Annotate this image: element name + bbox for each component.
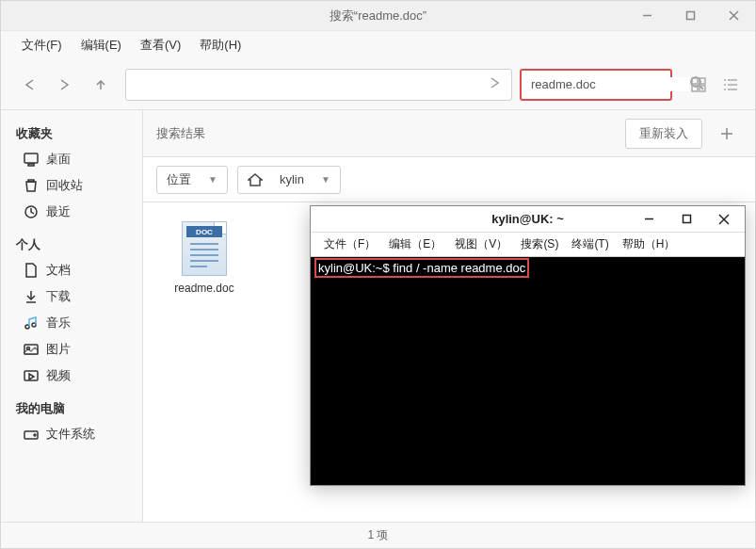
svg-rect-7 [692,78,698,84]
up-button[interactable] [84,70,118,100]
sidebar: 收藏夹 桌面 回收站 最近 个人 文档 下载 [1,110,142,522]
svg-rect-10 [700,86,705,91]
sidebar-item-label: 回收站 [46,177,83,194]
menu-help[interactable]: 帮助(H) [192,33,249,57]
music-icon [24,315,39,331]
search-box[interactable] [520,69,672,101]
filter-row: 位置 ▼ kylin ▼ [143,157,755,202]
path-dropdown[interactable]: kylin ▼ [237,166,341,194]
sidebar-item-downloads[interactable]: 下载 [1,283,142,310]
minimize-button[interactable] [625,1,668,31]
dropdown-label: kylin [280,172,304,186]
file-name: readme.doc [174,282,233,295]
results-label: 搜索结果 [156,125,625,142]
terminal-body[interactable]: kylin@UK:~$ find / -name readme.doc [311,257,745,485]
sidebar-item-recent[interactable]: 最近 [1,199,142,225]
trash-icon [24,178,39,193]
doc-file-icon: DOC [182,221,227,276]
sidebar-personal-heading: 个人 [1,233,142,257]
svg-rect-8 [700,78,705,84]
pictures-icon [24,342,39,357]
list-view-button[interactable] [717,72,744,98]
nav-buttons [12,70,118,100]
sidebar-item-videos[interactable]: 视频 [1,363,142,389]
sidebar-item-documents[interactable]: 文档 [1,257,142,283]
chevron-down-icon: ▼ [208,174,217,185]
desktop-icon [24,152,39,167]
terminal-window: kylin@UK: ~ 文件（F） 编辑（E） 视图（V） 搜索(S) 终端(T… [310,205,746,486]
icon-view-button[interactable] [685,72,712,98]
terminal-window-controls [632,209,741,230]
disk-icon [24,427,39,442]
term-menu-view[interactable]: 视图（V） [449,234,513,255]
documents-icon [24,263,39,278]
sidebar-item-label: 文件系统 [46,426,95,443]
sidebar-item-filesystem[interactable]: 文件系统 [1,421,142,447]
maximize-button[interactable] [668,1,712,31]
reload-button[interactable]: 重新装入 [625,119,702,149]
go-icon [489,76,502,93]
file-item[interactable]: DOC readme.doc [162,221,247,295]
downloads-icon [24,289,39,304]
sidebar-item-pictures[interactable]: 图片 [1,336,142,363]
sidebar-item-label: 下载 [46,288,71,305]
toolbar [1,59,755,110]
terminal-prompt: kylin@UK:~$ [318,261,393,275]
sidebar-item-music[interactable]: 音乐 [1,310,142,336]
sidebar-item-label: 桌面 [46,151,71,168]
svg-point-29 [34,434,36,436]
svg-rect-18 [28,164,34,166]
sidebar-item-label: 最近 [46,203,71,220]
statusbar: 1 项 [1,522,755,548]
sidebar-computer-heading: 我的电脑 [1,396,142,421]
sidebar-item-trash[interactable]: 回收站 [1,172,142,199]
terminal-line: kylin@UK:~$ find / -name readme.doc [316,261,739,275]
close-button[interactable] [707,209,741,230]
location-dropdown[interactable]: 位置 ▼ [156,166,228,194]
terminal-titlebar: kylin@UK: ~ [311,206,745,233]
minimize-button[interactable] [632,209,666,230]
close-button[interactable] [712,1,755,31]
sidebar-item-label: 视频 [46,367,71,384]
term-menu-file[interactable]: 文件（F） [318,234,381,255]
terminal-menubar: 文件（F） 编辑（E） 视图（V） 搜索(S) 终端(T) 帮助（H） [311,233,745,257]
svg-rect-1 [686,12,694,20]
menubar: 文件(F) 编辑(E) 查看(V) 帮助(H) [1,31,755,59]
menu-view[interactable]: 查看(V) [133,33,188,57]
sidebar-item-label: 文档 [46,262,71,279]
svg-rect-33 [683,216,690,223]
search-input[interactable] [531,77,689,91]
term-menu-terminal[interactable]: 终端(T) [566,234,614,255]
term-menu-search[interactable]: 搜索(S) [515,234,564,255]
terminal-title: kylin@UK: ~ [491,212,564,226]
term-menu-help[interactable]: 帮助（H） [617,234,682,255]
sidebar-item-desktop[interactable]: 桌面 [1,146,142,172]
sidebar-item-label: 音乐 [46,315,71,331]
clock-icon [24,204,39,219]
forward-button[interactable] [48,70,82,100]
sidebar-favorites-heading: 收藏夹 [1,121,142,146]
titlebar: 搜索“readme.doc” [1,1,755,31]
chevron-down-icon: ▼ [321,174,330,185]
svg-rect-17 [24,153,38,163]
videos-icon [24,368,39,383]
menu-edit[interactable]: 编辑(E) [73,33,129,57]
main-header: 搜索结果 重新装入 [143,110,755,157]
back-button[interactable] [12,70,46,100]
home-icon [248,173,263,186]
terminal-command-highlight: kylin@UK:~$ find / -name readme.doc [314,258,529,278]
status-text: 1 项 [367,527,388,543]
doc-badge: DOC [186,226,222,237]
maximize-button[interactable] [669,209,703,230]
dropdown-label: 位置 [167,171,191,188]
svg-rect-9 [692,86,698,91]
sidebar-item-label: 图片 [46,341,71,358]
terminal-command: find / -name readme.doc [393,261,525,275]
window-controls [625,1,755,31]
term-menu-edit[interactable]: 编辑（E） [383,234,447,255]
add-button[interactable] [712,119,742,149]
menu-file[interactable]: 文件(F) [14,33,70,57]
path-bar[interactable] [125,69,512,101]
view-mode-buttons [685,72,744,98]
svg-rect-19 [28,180,34,182]
